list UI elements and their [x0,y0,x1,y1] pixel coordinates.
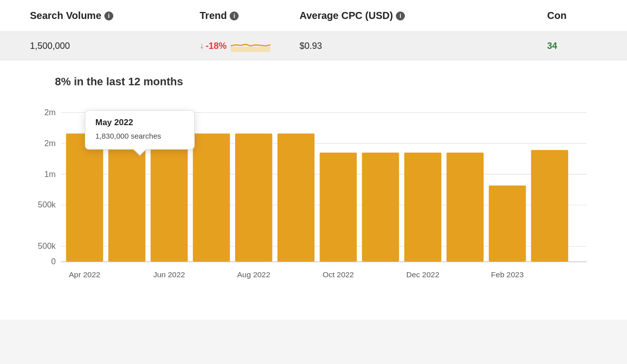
svg-text:Dec 2022: Dec 2022 [406,270,439,279]
search-volume-value: 1,500,000 [30,41,70,51]
header-row: Search Volume i Trend i Average CPC (USD… [0,0,627,32]
svg-text:Jun 2022: Jun 2022 [153,270,185,279]
svg-text:Oct 2022: Oct 2022 [322,270,354,279]
competition-header: Con [547,10,597,21]
cpc-value: $0.93 [300,41,322,51]
cpc-cell: $0.93 [300,41,547,51]
search-volume-cell: 1,500,000 [30,41,200,51]
svg-text:Feb 2023: Feb 2023 [491,270,524,279]
cpc-info-icon[interactable]: i [396,11,405,20]
chart-title: 8% in the last 12 months [55,75,597,88]
trend-header: Trend i [200,10,300,21]
svg-text:0: 0 [51,257,55,266]
trend-cell: ↓ -18% [200,39,300,53]
trend-info-icon[interactable]: i [230,11,239,20]
search-volume-header: Search Volume i [30,10,200,21]
bar-oct-2022[interactable] [319,153,356,262]
cpc-label: Average CPC (USD) [300,10,393,21]
svg-rect-0 [231,47,271,52]
bar-aug-2022[interactable] [235,134,272,262]
cpc-header: Average CPC (USD) i [300,10,547,21]
bar-jun-2022[interactable] [151,134,188,262]
search-volume-info-icon[interactable]: i [104,11,113,20]
svg-text:2m: 2m [44,139,56,148]
competition-cell: 34 [547,41,597,51]
trend-sparkline [231,39,271,53]
bar-mar-2023[interactable] [531,150,568,262]
tooltip: May 2022 1,830,000 searches [85,110,195,150]
trend-badge: ↓ -18% [200,41,227,51]
chart-container: 8% in the last 12 months May 2022 1,830,… [0,60,627,320]
competition-label: Con [547,10,567,21]
chart-wrap: May 2022 1,830,000 searches 2m 2m 1m 500… [30,100,597,300]
tooltip-value: 1,830,000 searches [95,132,184,140]
svg-text:Aug 2022: Aug 2022 [237,270,270,279]
data-row: 1,500,000 ↓ -18% $0.93 34 [0,32,627,60]
svg-text:2m: 2m [44,108,56,117]
bar-apr-2022[interactable] [66,134,103,262]
svg-text:500k: 500k [38,200,56,209]
bar-dec-2022[interactable] [404,153,441,262]
svg-text:1m: 1m [44,170,56,179]
trend-down-icon: ↓ [200,41,204,50]
bar-jan-2023[interactable] [446,153,483,262]
bar-nov-2022[interactable] [362,153,399,262]
trend-value: -18% [206,41,227,51]
bar-sep-2022[interactable] [278,134,314,262]
search-volume-label: Search Volume [30,10,101,21]
svg-text:500k: 500k [38,241,56,251]
trend-label: Trend [200,10,227,21]
svg-text:Apr 2022: Apr 2022 [69,270,100,279]
tooltip-title: May 2022 [95,118,184,128]
competition-value: 34 [547,41,557,51]
bar-feb-2023[interactable] [489,185,526,262]
bar-jul-2022[interactable] [193,134,230,262]
